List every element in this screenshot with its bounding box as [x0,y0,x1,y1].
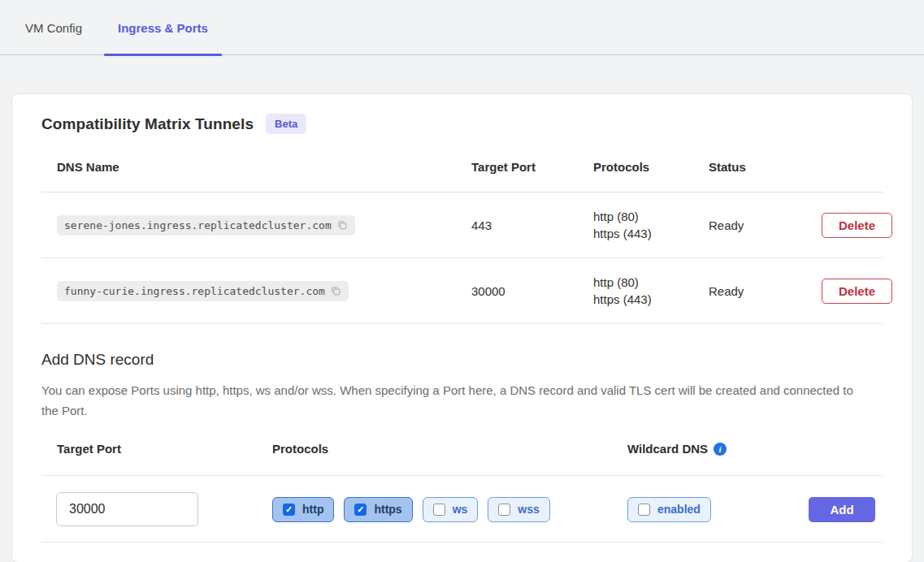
card-title: Compatibility Matrix Tunnels [41,115,254,133]
copy-icon[interactable] [330,285,341,296]
target-port-input[interactable] [56,492,198,526]
checkbox-ws[interactable]: ws [423,497,479,522]
beta-badge: Beta [266,114,306,134]
dns-name-pill: serene-jones.ingress.replicatedcluster.c… [57,215,355,236]
dns-name-pill: funny-curie.ingress.replicatedcluster.co… [57,281,349,301]
tunnels-table: DNS Name Target Port Protocols Status se… [41,152,883,324]
tunnels-card: Compatibility Matrix Tunnels Beta DNS Na… [11,93,913,562]
col-header-status: Status [709,160,822,174]
table-row: funny-curie.ingress.replicatedcluster.co… [41,258,883,324]
delete-button[interactable]: Delete [822,213,892,238]
col-header-target-port: Target Port [471,160,593,174]
checkbox-wss[interactable]: wss [488,497,549,522]
checkbox-http[interactable]: http [272,497,334,522]
copy-icon[interactable] [336,219,348,231]
status-cell: Ready [709,218,822,232]
add-form-row: http https ws wss enabled Add [41,476,883,543]
table-row: serene-jones.ingress.replicatedcluster.c… [41,192,883,258]
enabled-checkbox-icon [638,504,650,516]
add-form-header-row: Target Port Protocols Wildcard DNS i [41,442,883,476]
protocol-checkbox-group: http https ws wss [272,497,627,522]
dns-name-text: serene-jones.ingress.replicatedcluster.c… [64,219,332,231]
table-header-row: DNS Name Target Port Protocols Status [41,152,883,192]
info-icon[interactable]: i [714,443,727,456]
ws-checkbox-icon [433,504,445,516]
checkbox-wildcard-enabled[interactable]: enabled [627,497,711,522]
form-header-target-port: Target Port [57,442,272,456]
add-dns-section-title: Add DNS record [41,351,883,369]
checkbox-https[interactable]: https [344,497,412,522]
target-port-cell: 443 [471,218,593,232]
tab-bar: VM Config Ingress & Ports [0,0,924,55]
https-checkbox-icon [354,504,367,516]
status-cell: Ready [709,284,822,298]
form-header-wildcard-dns: Wildcard DNS [627,442,708,456]
col-header-dns-name: DNS Name [57,160,471,174]
add-dns-description: You can expose Ports using http, https, … [41,380,862,421]
tab-ingress-ports[interactable]: Ingress & Ports [104,21,222,54]
col-header-protocols: Protocols [593,160,709,174]
wss-checkbox-icon [498,504,510,516]
protocols-cell: http (80) https (443) [593,274,709,308]
tab-vm-config[interactable]: VM Config [11,21,96,54]
delete-button[interactable]: Delete [822,279,892,304]
protocols-cell: http (80) https (443) [593,208,709,242]
card-header: Compatibility Matrix Tunnels Beta [41,114,883,134]
form-header-protocols: Protocols [272,442,627,456]
add-button[interactable]: Add [809,497,875,522]
dns-name-text: funny-curie.ingress.replicatedcluster.co… [64,285,325,297]
target-port-cell: 30000 [471,284,593,298]
http-checkbox-icon [283,504,295,516]
